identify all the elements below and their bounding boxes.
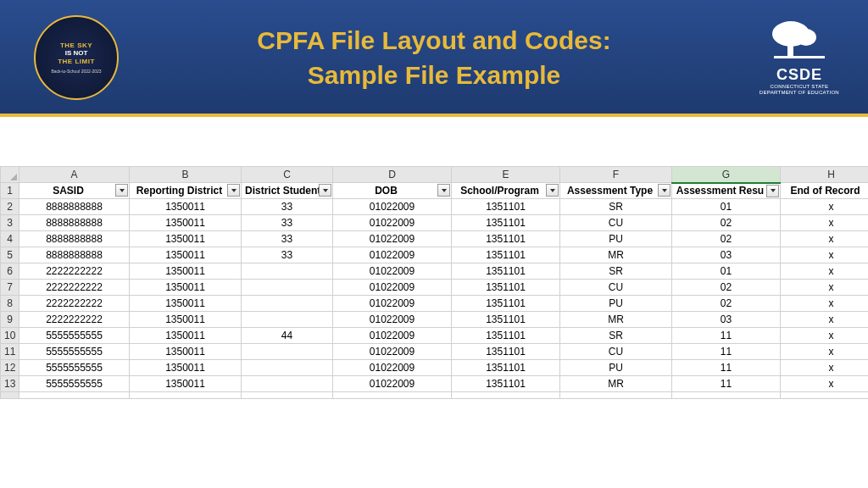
cell-empty[interactable] xyxy=(130,392,242,399)
cell-empty[interactable] xyxy=(452,392,560,399)
cell-G8[interactable]: 02 xyxy=(672,296,781,312)
row-header-6[interactable]: 6 xyxy=(1,263,19,280)
field-header-D[interactable]: DOB xyxy=(333,183,452,199)
cell-G5[interactable]: 03 xyxy=(672,247,781,263)
filter-dropdown-icon[interactable] xyxy=(658,184,670,197)
row-header-13[interactable]: 13 xyxy=(1,376,19,392)
cell-F9[interactable]: MR xyxy=(560,312,672,328)
column-header-F[interactable]: F xyxy=(560,167,672,183)
cell-D2[interactable]: 01022009 xyxy=(333,199,452,215)
row-header-3[interactable]: 3 xyxy=(1,215,19,231)
field-header-B[interactable]: Reporting District xyxy=(130,183,242,199)
cell-G7[interactable]: 02 xyxy=(672,280,781,296)
cell-C5[interactable]: 33 xyxy=(242,247,333,263)
column-header-G[interactable]: G xyxy=(672,167,781,183)
filter-dropdown-icon[interactable] xyxy=(546,184,559,197)
cell-H7[interactable]: x xyxy=(781,280,869,296)
field-header-A[interactable]: SASID xyxy=(19,183,130,199)
cell-H11[interactable]: x xyxy=(781,344,869,360)
cell-D6[interactable]: 01022009 xyxy=(333,263,452,280)
cell-F5[interactable]: MR xyxy=(560,247,672,263)
column-header-B[interactable]: B xyxy=(130,167,242,183)
cell-D10[interactable]: 01022009 xyxy=(333,328,452,344)
cell-B12[interactable]: 1350011 xyxy=(130,360,242,376)
cell-H5[interactable]: x xyxy=(781,247,869,263)
cell-F10[interactable]: SR xyxy=(560,328,672,344)
cell-F3[interactable]: CU xyxy=(560,215,672,231)
filter-dropdown-icon[interactable] xyxy=(115,184,128,197)
cell-F12[interactable]: PU xyxy=(560,360,672,376)
cell-C13[interactable] xyxy=(242,376,333,392)
cell-B10[interactable]: 1350011 xyxy=(130,328,242,344)
column-header-H[interactable]: H xyxy=(781,167,869,183)
row-header-11[interactable]: 11 xyxy=(1,344,19,360)
cell-G10[interactable]: 11 xyxy=(672,328,781,344)
cell-D4[interactable]: 01022009 xyxy=(333,231,452,247)
cell-C2[interactable]: 33 xyxy=(242,199,333,215)
cell-A13[interactable]: 5555555555 xyxy=(19,376,130,392)
cell-E12[interactable]: 1351101 xyxy=(452,360,560,376)
cell-A3[interactable]: 8888888888 xyxy=(19,215,130,231)
cell-empty[interactable] xyxy=(672,392,781,399)
row-header-14[interactable] xyxy=(1,392,19,399)
cell-H9[interactable]: x xyxy=(781,312,869,328)
column-header-C[interactable]: C xyxy=(242,167,333,183)
filter-dropdown-icon[interactable] xyxy=(227,184,240,197)
cell-E5[interactable]: 1351101 xyxy=(452,247,560,263)
select-all-corner[interactable] xyxy=(1,167,19,183)
cell-G11[interactable]: 11 xyxy=(672,344,781,360)
cell-C10[interactable]: 44 xyxy=(242,328,333,344)
cell-D9[interactable]: 01022009 xyxy=(333,312,452,328)
cell-E6[interactable]: 1351101 xyxy=(452,263,560,280)
field-header-F[interactable]: Assessment Type xyxy=(560,183,672,199)
field-header-C[interactable]: District Student xyxy=(242,183,333,199)
cell-B2[interactable]: 1350011 xyxy=(130,199,242,215)
cell-A2[interactable]: 8888888888 xyxy=(19,199,130,215)
cell-empty[interactable] xyxy=(19,392,130,399)
cell-G4[interactable]: 02 xyxy=(672,231,781,247)
cell-A11[interactable]: 5555555555 xyxy=(19,344,130,360)
cell-D8[interactable]: 01022009 xyxy=(333,296,452,312)
cell-H8[interactable]: x xyxy=(781,296,869,312)
cell-C6[interactable] xyxy=(242,263,333,280)
cell-H10[interactable]: x xyxy=(781,328,869,344)
cell-empty[interactable] xyxy=(333,392,452,399)
cell-empty[interactable] xyxy=(781,392,869,399)
cell-H4[interactable]: x xyxy=(781,231,869,247)
cell-H13[interactable]: x xyxy=(781,376,869,392)
cell-D3[interactable]: 01022009 xyxy=(333,215,452,231)
row-header-7[interactable]: 7 xyxy=(1,280,19,296)
cell-E4[interactable]: 1351101 xyxy=(452,231,560,247)
cell-A5[interactable]: 8888888888 xyxy=(19,247,130,263)
cell-B5[interactable]: 1350011 xyxy=(130,247,242,263)
cell-D12[interactable]: 01022009 xyxy=(333,360,452,376)
cell-A9[interactable]: 2222222222 xyxy=(19,312,130,328)
cell-F4[interactable]: PU xyxy=(560,231,672,247)
row-header-10[interactable]: 10 xyxy=(1,328,19,344)
filter-dropdown-icon[interactable] xyxy=(437,184,450,197)
cell-E2[interactable]: 1351101 xyxy=(452,199,560,215)
cell-empty[interactable] xyxy=(560,392,672,399)
cell-E3[interactable]: 1351101 xyxy=(452,215,560,231)
cell-D13[interactable]: 01022009 xyxy=(333,376,452,392)
cell-B7[interactable]: 1350011 xyxy=(130,280,242,296)
cell-F7[interactable]: CU xyxy=(560,280,672,296)
cell-A4[interactable]: 8888888888 xyxy=(19,231,130,247)
cell-C9[interactable] xyxy=(242,312,333,328)
cell-F2[interactable]: SR xyxy=(560,199,672,215)
cell-G13[interactable]: 11 xyxy=(672,376,781,392)
cell-F8[interactable]: PU xyxy=(560,296,672,312)
cell-empty[interactable] xyxy=(242,392,333,399)
cell-A8[interactable]: 2222222222 xyxy=(19,296,130,312)
cell-A7[interactable]: 2222222222 xyxy=(19,280,130,296)
cell-B6[interactable]: 1350011 xyxy=(130,263,242,280)
cell-E13[interactable]: 1351101 xyxy=(452,376,560,392)
cell-H2[interactable]: x xyxy=(781,199,869,215)
cell-B11[interactable]: 1350011 xyxy=(130,344,242,360)
row-header-12[interactable]: 12 xyxy=(1,360,19,376)
column-header-A[interactable]: A xyxy=(19,167,130,183)
cell-E7[interactable]: 1351101 xyxy=(452,280,560,296)
cell-H6[interactable]: x xyxy=(781,263,869,280)
row-header-8[interactable]: 8 xyxy=(1,296,19,312)
cell-C11[interactable] xyxy=(242,344,333,360)
